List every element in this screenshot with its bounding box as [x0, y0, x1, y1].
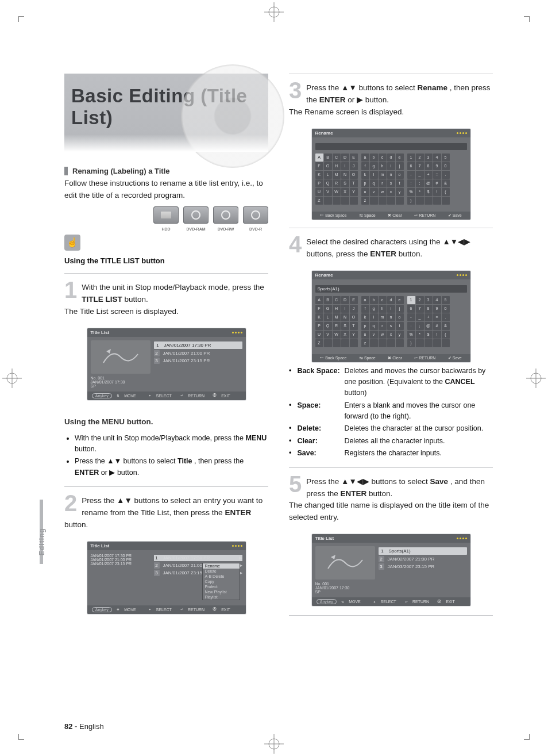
kb-key: W: [333, 188, 341, 196]
step-number: 2: [64, 493, 77, 513]
exit-label: EXIT: [221, 394, 241, 398]
fn-space-txt: Enters a blank and moves the cursor one …: [344, 400, 493, 423]
reg-mark-top: [264, 2, 284, 22]
hdd-icon: [153, 206, 179, 224]
rename-input: [315, 143, 467, 150]
menu-button-ref: MENU: [245, 434, 267, 442]
kb-key: M: [333, 313, 341, 321]
exit-label: EXIT: [446, 600, 465, 604]
kb-key: _: [416, 171, 424, 179]
kb-key: a: [361, 296, 369, 304]
row-index: 1: [155, 342, 161, 348]
kb-key: z: [361, 339, 369, 347]
s5d: The changed title name is displayed on t…: [289, 501, 489, 521]
title-list-button-ref: TITLE LIST: [82, 295, 122, 304]
row-text: JAN/01/2007 23:15 PR: [163, 358, 210, 363]
step-3: 3 Press the ▲▼ buttons to select Rename …: [289, 80, 493, 123]
kb-key: S: [341, 322, 349, 330]
crop-mark: [18, 734, 24, 740]
intro-paragraph: Follow these instructions to rename a ti…: [64, 178, 268, 202]
kb-key: [442, 339, 450, 347]
method-heading: Using the TITLE LIST button: [64, 256, 268, 265]
kb-key: u: [361, 188, 369, 196]
alt1b: button.: [75, 445, 97, 453]
rename-option-ref: Rename: [418, 83, 448, 92]
kb-key: a: [361, 153, 369, 162]
kb-key: N: [341, 313, 349, 321]
kb-key: R: [333, 322, 341, 330]
kb-key: $: [424, 331, 433, 339]
kb-key: :: [407, 322, 415, 330]
screen-toolbar: Anykey ⇅MOVE ✦SELECT ↩RETURN ⦿EXIT: [87, 392, 246, 400]
return-label: RETURN: [188, 608, 207, 612]
kb-key: [341, 197, 349, 205]
kb-key: X: [341, 331, 349, 339]
step1-text-c: The Title List screen is displayed.: [64, 307, 179, 316]
keyboard-toolbar: ⭠ Back Space ⭾ Space ✖ Clear ↩ RETURN ✔ …: [312, 212, 470, 220]
kb-key: h: [379, 162, 387, 170]
row-text: Sports(A1): [389, 548, 411, 554]
kb-key: d: [387, 153, 395, 162]
left-column: Basic Editing (Title List) Renaming (Lab…: [64, 74, 268, 621]
kb-key: Y: [350, 331, 358, 339]
kb-key: A: [315, 296, 323, 304]
kb-key: !: [433, 188, 441, 196]
section-heading: Renaming (Labeling) a Title: [64, 167, 268, 175]
kb-key: t: [396, 179, 404, 187]
kb-key: 5: [442, 296, 450, 304]
kb-key: C: [333, 296, 341, 304]
kb-key: 6: [407, 162, 415, 170]
exit-label: EXIT: [221, 608, 241, 612]
screen-title: Title List: [91, 543, 110, 548]
kb-key: !: [433, 331, 441, 339]
move-label: MOVE: [124, 394, 144, 398]
kb-key: y: [396, 188, 404, 196]
kb-key: 4: [433, 153, 441, 162]
page-language: English: [79, 722, 104, 731]
kb-key: @: [424, 322, 433, 330]
kb-key: y: [396, 331, 404, 339]
crop-mark: [524, 16, 530, 22]
kb-key: 8: [424, 305, 433, 313]
kb-key: o: [396, 313, 404, 321]
kb-key: S: [341, 179, 349, 187]
screen-title-list-popup: Title List JAN/01/2007 17:30 PR JAN/01/2…: [87, 542, 246, 614]
save-label: Save: [453, 213, 462, 217]
title-option-ref: Title: [177, 457, 192, 465]
meta-date2: JAN/01/2007 21:00 PR: [91, 558, 150, 562]
dvd-rw-icon: [213, 206, 238, 224]
anykey-button: Anykey: [92, 393, 112, 398]
kb-key: v: [370, 188, 378, 196]
select-label: SELECT: [156, 608, 176, 612]
kb-key: c: [379, 296, 387, 304]
status-dots: [232, 545, 242, 547]
return-icon: ↩: [180, 393, 183, 398]
s4b: button.: [399, 250, 422, 258]
kb-key: k: [361, 313, 369, 321]
row-index: 2: [154, 562, 160, 569]
save-option-ref: Save: [430, 477, 449, 486]
kb-key: Z: [315, 339, 323, 347]
move-label: MOVE: [349, 600, 368, 604]
kb-key: .: [442, 313, 450, 321]
step-number: 3: [289, 80, 302, 101]
kb-key: +: [424, 171, 433, 179]
fn-space-label: Space:: [297, 400, 341, 423]
kb-key: [333, 339, 341, 347]
kb-key: V: [324, 331, 332, 339]
kb-key: w: [379, 188, 387, 196]
kb-key: O: [350, 313, 358, 321]
kb-key: [379, 197, 387, 205]
kb-key: n: [387, 171, 395, 179]
kb-key: Q: [324, 322, 332, 330]
step-4: 4 Select the desired characters using th…: [289, 234, 493, 265]
kb-key: B: [324, 296, 332, 304]
move-icon: ⇅: [117, 393, 119, 398]
screen-title: Rename: [315, 273, 333, 278]
menu-item-playlist: Playlist: [203, 594, 240, 600]
onscreen-keyboard: ABCDEFGHIJKLMNOPQRSTUVWXYZabcdefghijklmn…: [315, 153, 467, 205]
row-index: 3: [154, 570, 160, 576]
anykey-button: Anykey: [92, 607, 112, 612]
alt2b: , then press the: [194, 457, 244, 465]
kb-key: p: [361, 179, 369, 187]
